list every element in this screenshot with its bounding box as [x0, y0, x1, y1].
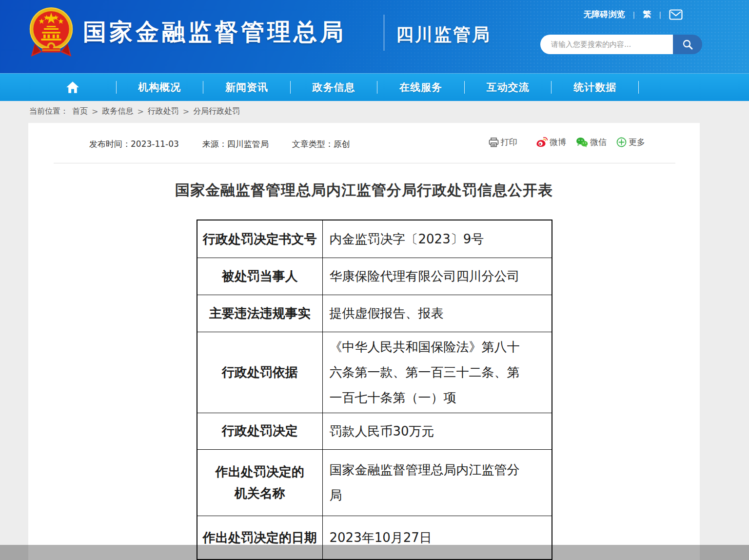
breadcrumb-xingzhengchufa[interactable]: 行政处罚: [148, 106, 179, 117]
plus-circle-icon: [616, 137, 627, 147]
row-value: 罚款人民币30万元: [322, 413, 552, 449]
printer-icon: [489, 138, 499, 147]
topbar-divider: |: [659, 11, 661, 19]
share-toolbar: 打印 微博: [489, 137, 645, 148]
page-title: 国家金融监督管理总局内江监管分局行政处罚信息公开表: [28, 180, 700, 200]
article-source: 来源：四川监管局: [202, 139, 269, 150]
breadcrumb-home[interactable]: 首页: [72, 106, 88, 117]
table-row: 被处罚当事人 华康保险代理有限公司四川分公司: [197, 258, 552, 295]
publish-time: 发布时间：2023-11-03: [89, 139, 179, 150]
bureau-title: 四川监管局: [396, 23, 491, 47]
breadcrumb-fenju-xingzhengchufa[interactable]: 分局行政处罚: [193, 106, 240, 117]
nav-item-hudongjiaoliu[interactable]: 互动交流: [465, 74, 552, 101]
breadcrumb-zhengwuxinxi[interactable]: 政务信息: [102, 106, 133, 117]
nav-item-xinwenzixun[interactable]: 新闻资讯: [203, 74, 290, 101]
page: 国家金融监督管理总局 四川监管局 无障碍浏览 | 繁 |: [0, 0, 749, 560]
nav-item-home[interactable]: [29, 74, 116, 101]
meta-divider: [54, 163, 675, 163]
header-divider: [384, 15, 384, 51]
main-nav: 机构概况 新闻资讯 政务信息 在线服务 互动交流 统计数据: [0, 73, 749, 101]
traditional-chinese-link[interactable]: 繁: [643, 9, 651, 20]
row-value: 内金监罚决字〔2023〕9号: [322, 220, 552, 258]
bottom-overlay-bar: [0, 545, 749, 560]
breadcrumb-separator: >: [92, 107, 98, 116]
row-label: 行政处罚决定: [197, 413, 322, 449]
wechat-share-button[interactable]: 微信: [576, 137, 607, 148]
site-header: 国家金融监督管理总局 四川监管局 无障碍浏览 | 繁 |: [0, 0, 749, 73]
breadcrumb-prefix: 当前位置：: [29, 106, 68, 117]
row-value: 提供虚假报告、报表: [322, 295, 552, 332]
nav-item-tongjishuju[interactable]: 统计数据: [552, 74, 638, 101]
print-button[interactable]: 打印: [489, 137, 517, 148]
row-label: 作出处罚决定的 机关名称: [197, 449, 322, 516]
search-button[interactable]: [673, 35, 702, 54]
nav-divider: [638, 81, 639, 94]
weibo-icon: [536, 137, 548, 147]
search-bar: [540, 35, 702, 54]
topbar: 无障碍浏览 | 繁 |: [584, 9, 683, 20]
envelope-icon[interactable]: [669, 9, 683, 20]
wechat-icon: [576, 137, 588, 147]
search-input[interactable]: [540, 35, 673, 54]
breadcrumb: 当前位置： 首页 > 政务信息 > 行政处罚 > 分局行政处罚: [29, 106, 240, 117]
article-type: 文章类型：原创: [292, 139, 350, 150]
content-panel: 发布时间：2023-11-03 来源：四川监管局 文章类型：原创 打印: [28, 123, 700, 560]
table-row: 行政处罚依据 《中华人民共和国保险法》第八十 六条第一款、第一百三十二条、第 一…: [197, 332, 552, 413]
nav-item-zaixianfuwu[interactable]: 在线服务: [377, 74, 464, 101]
breadcrumb-separator: >: [183, 107, 189, 116]
row-label: 行政处罚决定书文号: [197, 220, 322, 258]
penalty-table: 行政处罚决定书文号 内金监罚决字〔2023〕9号 被处罚当事人 华康保险代理有限…: [197, 220, 552, 560]
table-row: 作出处罚决定的 机关名称 国家金融监督管理总局内江监管分 局: [197, 449, 552, 516]
table-row: 主要违法违规事实 提供虚假报告、报表: [197, 295, 552, 332]
site-title: 国家金融监督管理总局: [83, 17, 346, 48]
row-value: 《中华人民共和国保险法》第八十 六条第一款、第一百三十二条、第 一百七十条第（一…: [322, 332, 552, 413]
row-label: 被处罚当事人: [197, 258, 322, 295]
row-value: 国家金融监督管理总局内江监管分 局: [322, 449, 552, 516]
article-meta: 发布时间：2023-11-03 来源：四川监管局 文章类型：原创: [89, 139, 374, 150]
weibo-share-button[interactable]: 微博: [536, 137, 566, 148]
china-national-emblem-icon: [28, 4, 74, 62]
accessibility-link[interactable]: 无障碍浏览: [584, 9, 625, 20]
row-label: 行政处罚依据: [197, 332, 322, 413]
home-icon: [66, 81, 79, 94]
nav-item-jigougaikuang[interactable]: 机构概况: [117, 74, 203, 101]
table-row: 行政处罚决定 罚款人民币30万元: [197, 413, 552, 449]
row-label: 主要违法违规事实: [197, 295, 322, 332]
topbar-divider: |: [633, 11, 635, 19]
row-value: 华康保险代理有限公司四川分公司: [322, 258, 552, 295]
magnifier-icon: [682, 39, 693, 50]
table-row: 行政处罚决定书文号 内金监罚决字〔2023〕9号: [197, 220, 552, 258]
more-share-button[interactable]: 更多: [616, 137, 645, 148]
nav-item-zhengwuxinxi[interactable]: 政务信息: [291, 74, 377, 101]
breadcrumb-separator: >: [137, 107, 143, 116]
